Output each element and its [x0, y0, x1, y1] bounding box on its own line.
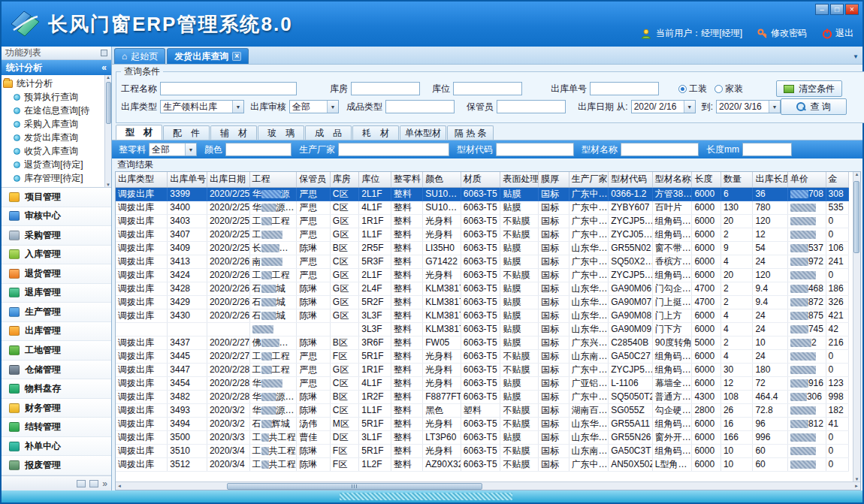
tree-item[interactable]: 收货入库查询 — [3, 144, 104, 158]
table-row[interactable]: 调拨出库35102020/3/4工共工程陈琳F区5R1F整料光身料6063-T5… — [116, 444, 849, 457]
table-row[interactable]: 调拨出库34072020/2/25工严思G区1L1F整料光身料6063-T5不贴… — [116, 228, 849, 241]
scroll-left-icon[interactable]: ◄ — [117, 484, 122, 488]
sidebar-menu-item[interactable]: 出库管理 — [2, 322, 111, 342]
outbound-audit-select[interactable]: 全部▼ — [289, 100, 339, 113]
tab-list-dropdown-icon[interactable]: ▼ — [853, 53, 859, 60]
project-name-input[interactable] — [160, 82, 297, 95]
whole-scrap-select[interactable]: 全部▼ — [149, 143, 197, 156]
tree-scrollbar[interactable]: ▲ ▼ — [104, 75, 111, 187]
column-header[interactable]: 金 — [826, 172, 848, 187]
scroll-up-icon[interactable]: ▲ — [106, 75, 110, 80]
sidebar-menu-item[interactable]: 仓储管理 — [2, 361, 111, 380]
vertical-scrollbar[interactable]: ▲ ▼ — [853, 172, 860, 481]
table-row[interactable]: 调拨出库34942020/3/2石辉城汤伟M区5R1F整料光身料6063-T5不… — [116, 417, 849, 430]
material-tab[interactable]: 隔 热 条 — [447, 125, 494, 140]
scroll-down-icon[interactable]: ▼ — [106, 183, 110, 187]
sidebar-menu-item[interactable]: 退库管理 — [2, 284, 111, 303]
scroll-thumb[interactable] — [853, 181, 859, 253]
table-row[interactable]: 调拨出库34372020/2/27佛…陈琳B区3R6F整料FW056063-T5… — [116, 336, 849, 349]
table-row[interactable]: 调拨出库34032020/2/25工工程严思G区1R1F整料光身料6063-T5… — [116, 214, 849, 228]
color-input[interactable] — [225, 143, 292, 156]
sidebar-menu-item[interactable]: 工地管理 — [2, 341, 111, 361]
outbound-type-select[interactable]: 生产领料出库▼ — [160, 100, 244, 113]
table-row[interactable]: 调拨出库35002020/3/3工共工程曹佳D区3L1F整料LT3P606063… — [116, 430, 849, 444]
column-header[interactable]: 生产厂家 — [569, 172, 609, 187]
material-tab[interactable]: 辅 材 — [210, 125, 257, 140]
sidebar-menu-item[interactable]: 项目管理 — [2, 188, 111, 207]
sidebar-menu-item[interactable]: 采购管理 — [2, 226, 111, 246]
date-from-picker[interactable]: 2020/ 2/16▼ — [631, 100, 696, 113]
horizontal-scrollbar[interactable]: ◄ ► — [116, 481, 860, 490]
column-header[interactable]: 整零料 — [391, 172, 423, 187]
maximize-button[interactable]: □ — [830, 4, 844, 15]
pin-icon[interactable] — [101, 50, 107, 56]
product-type-input[interactable] — [385, 100, 455, 113]
sidebar-menu-item[interactable]: 审核中心 — [2, 207, 111, 227]
table-row[interactable]: 调拨出库34542020/2/28华严思C区4L1F整料光身料6063-T5贴膜… — [116, 376, 849, 390]
column-header[interactable]: 出库类型 — [116, 172, 168, 187]
tree-item[interactable]: 发货出库查询 — [3, 131, 104, 144]
table-row[interactable]: 调拨出库34822020/2/28华源…陈琳B区1R2F整料F8877FT606… — [116, 390, 849, 403]
column-header[interactable]: 材质 — [461, 172, 500, 187]
minimize-button[interactable]: – — [815, 4, 829, 15]
tree-item[interactable]: 库存管理[待定] — [3, 171, 104, 185]
logout-link[interactable]: 退出 — [822, 27, 853, 40]
column-header[interactable]: 数量 — [721, 172, 753, 187]
column-header[interactable]: 型材名称 — [652, 172, 692, 187]
column-header[interactable]: 保管员 — [297, 172, 331, 187]
tree-item[interactable]: 预算执行查询 — [3, 90, 104, 104]
date-to-picker[interactable]: 2020/ 3/16▼ — [716, 100, 781, 113]
material-tab[interactable]: 型 材 — [116, 125, 162, 140]
column-header[interactable]: 库房 — [330, 172, 358, 187]
tab-close-icon[interactable]: × — [232, 52, 241, 61]
column-header[interactable]: 型材代码 — [609, 172, 653, 187]
scroll-thumb[interactable] — [106, 82, 111, 124]
column-header[interactable]: 工程 — [249, 172, 297, 187]
table-row[interactable]: 调拨出库34452020/2/27工工程严思F区5R1F整料光身料6063-T5… — [116, 349, 849, 363]
column-header[interactable]: 表面处理 — [500, 172, 539, 187]
sidebar-menu-item[interactable]: 补单中心 — [2, 437, 111, 457]
table-row[interactable]: 调拨出库34092020/2/25长…陈琳B区2R5F整料LI35H06063-… — [116, 241, 849, 255]
order-no-input[interactable] — [590, 82, 659, 95]
table-row[interactable]: 调拨出库34282020/2/26石城陈琳G区2L4F整料KLM38176063… — [116, 282, 849, 295]
scroll-down-icon[interactable]: ▼ — [855, 477, 859, 481]
material-tab[interactable]: 单体型材 — [400, 125, 446, 140]
column-header[interactable]: 单价 — [787, 172, 826, 187]
sidebar-menu-item[interactable]: 入库管理 — [2, 246, 111, 265]
table-row[interactable]: 调拨出库34302020/2/26石城陈琳G区3L3F整料KLM38176063… — [116, 309, 849, 322]
column-header[interactable]: 出库单号 — [168, 172, 207, 187]
tree-item[interactable]: 退货查询[待定] — [3, 158, 104, 171]
column-header[interactable]: 长度 — [692, 172, 721, 187]
length-input[interactable] — [742, 143, 792, 156]
column-header[interactable]: 颜色 — [423, 172, 461, 187]
sidebar-menu-item[interactable]: 报废管理 — [2, 456, 111, 475]
material-tab[interactable]: 耗 材 — [352, 125, 399, 140]
table-row[interactable]: 调拨出库34002020/2/25华源…严思C区4L1F整料SU10…6063-… — [116, 201, 849, 214]
more-icon[interactable]: » — [102, 478, 107, 489]
tree-item[interactable]: 采购入库查询 — [3, 117, 104, 131]
profile-name-input[interactable] — [621, 143, 699, 156]
panel-icon[interactable] — [89, 480, 98, 487]
radio-gongzhuang[interactable]: 工装 — [678, 83, 707, 95]
collapse-icon[interactable]: « — [101, 62, 107, 73]
column-header[interactable]: 出库日期 — [207, 172, 249, 187]
sidebar-menu-item[interactable]: 财务管理 — [2, 399, 111, 418]
sidebar-menu-item[interactable]: 退货管理 — [2, 264, 111, 284]
table-row[interactable]: 调拨出库34472020/2/28工工程严思G区1R1F整料光身料6063-T5… — [116, 363, 849, 376]
sidebar-menu-item[interactable]: 生产管理 — [2, 303, 111, 322]
material-tab[interactable]: 成 品 — [305, 125, 352, 140]
scroll-up-icon[interactable]: ▲ — [855, 172, 859, 177]
scroll-right-icon[interactable]: ► — [854, 484, 859, 488]
search-button[interactable]: 查 询 — [781, 98, 847, 115]
sidebar-menu-item[interactable]: 物料盘存 — [2, 379, 111, 399]
radio-jiazhuang[interactable]: 家装 — [714, 83, 743, 95]
table-row[interactable]: 调拨出库33992020/2/25华源严思C区2L1F整料SU10…6063-T… — [116, 187, 849, 201]
table-row[interactable]: 调拨出库34932020/3/2华源…陈琳C区1L1F整料黑色塑料不贴膜国标湖南… — [116, 403, 849, 417]
tab-home[interactable]: ⌂ 起始页 — [114, 48, 165, 64]
material-tab[interactable]: 配 件 — [163, 125, 210, 140]
table-row[interactable]: 调拨出库34242020/2/26工工程严思G区2L1F整料光身料6063-T5… — [116, 268, 849, 282]
change-password-link[interactable]: 修改密码 — [757, 27, 807, 40]
close-button[interactable]: × — [845, 4, 859, 15]
material-tab[interactable]: 玻 璃 — [258, 125, 304, 140]
tree-item[interactable]: 在途信息查询[待 — [3, 104, 104, 117]
